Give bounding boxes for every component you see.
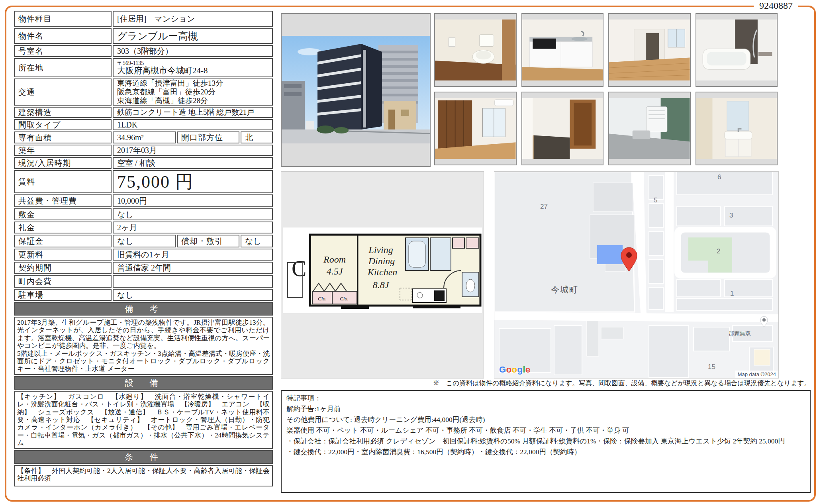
map-block-label: 27 bbox=[540, 203, 548, 211]
row-value: 2017年03月 bbox=[113, 145, 273, 156]
table-row-layout-type: 間取タイプ 1LDK bbox=[14, 119, 273, 130]
row-label: 更新料 bbox=[14, 249, 112, 261]
row-label: 町内会費 bbox=[14, 275, 112, 288]
map-town-label: 今城町 bbox=[551, 284, 578, 295]
table-row-structure: 建築構造 鉄筋コンクリート造 地上5階 総戸数21戸 bbox=[14, 107, 273, 118]
table-row-common-fee: 共益費・管理費 10,000円 bbox=[14, 194, 273, 207]
photo-balcony bbox=[608, 92, 691, 165]
ldk-label-2: Dining bbox=[368, 256, 395, 266]
toilet-illustration bbox=[435, 14, 516, 86]
map-graphics bbox=[494, 172, 778, 378]
ldk-label-1: Living bbox=[368, 245, 393, 255]
map-block-label: 6 bbox=[717, 173, 721, 181]
row-value-2: なし bbox=[241, 235, 273, 247]
photo-room-closet bbox=[434, 92, 517, 165]
section-header-remarks: 備 考 bbox=[14, 302, 273, 316]
section-body-conditions: 【条件】 外国人契約可能・2人入居可能・保証人不要・高齢者入居可能・保証会社利用… bbox=[14, 465, 273, 486]
floor-plan-drawing: C Room 4.5J Living Dining Kitchen 8.8J C… bbox=[281, 172, 484, 378]
disclaimer-text: ※ この資料は物件の概略紹介資料になります。写真、間取図面、設備、概要などが現況… bbox=[433, 379, 811, 388]
room-size-label: 4.5J bbox=[327, 266, 343, 277]
photo-building-exterior bbox=[281, 13, 431, 167]
row-value: 2ヶ月 bbox=[113, 222, 273, 233]
row-label: 建築構造 bbox=[14, 107, 112, 118]
table-row-rent: 賃料 75,000 円 bbox=[14, 170, 273, 193]
table-row-deposit: 敷金 なし bbox=[14, 208, 273, 220]
row-value: [住居用] マンション bbox=[113, 11, 273, 27]
row-label: 保証金 bbox=[14, 235, 112, 247]
floor-plan-panel: C Room 4.5J Living Dining Kitchen 8.8J C… bbox=[281, 171, 484, 378]
row-value: 1LDK bbox=[113, 119, 273, 130]
row-value: なし bbox=[113, 235, 176, 247]
table-row-floor-area: 専有面積 34.96m² 開口部方位 北 bbox=[14, 131, 273, 143]
map-block-label: 1 bbox=[730, 290, 734, 298]
entrance-illustration bbox=[522, 92, 603, 165]
room-hallway-illustration bbox=[609, 14, 690, 86]
row-label: 所在地 bbox=[14, 58, 112, 77]
bathroom-illustration bbox=[696, 14, 777, 86]
photo-entrance bbox=[521, 92, 604, 165]
map-block-label: 5 bbox=[654, 196, 657, 204]
table-row-renewal-fee: 更新料 旧賃料の1ヶ月 bbox=[14, 249, 273, 261]
table-row-parking: 駐車場 なし bbox=[14, 289, 273, 301]
table-row-built-year: 築年 2017年03月 bbox=[14, 145, 273, 156]
notes-line: ・鍵交換代：22,000円・室内除菌消臭費：16,500円（契約時）・鍵交換代：… bbox=[286, 447, 805, 457]
row-label: 契約期間 bbox=[14, 262, 112, 274]
notes-line: 特記事項： bbox=[286, 393, 805, 404]
washbasin-illustration bbox=[696, 92, 777, 165]
notes-line: 解約予告:1ヶ月前 bbox=[286, 404, 805, 414]
table-row-transport: 交通 東海道線「摂津富田」徒歩13分 阪急京都線「富田」徒歩20分 東海道線「高… bbox=[14, 78, 273, 106]
special-notes-box: 特記事項： 解約予告:1ヶ月前 その他費用について: 退去時クリーニング費用:4… bbox=[281, 390, 811, 493]
row-value: 鉄筋コンクリート造 地上5階 総戸数21戸 bbox=[113, 107, 273, 118]
notes-line: 楽器使用 不可・ペット 不可・ルームシェア 不可・事務所 不可・飲食店 不可・学… bbox=[286, 425, 805, 436]
room-closet-illustration bbox=[435, 92, 516, 165]
row-label: 物件種目 bbox=[14, 11, 112, 27]
kitchen-illustration bbox=[522, 14, 603, 86]
map-block-label: 3 bbox=[729, 212, 733, 220]
section-body-equipment: 【キッチン】 ガスコンロ 【水廻り】 洗面台・浴室乾燥機・シャワートイレ・洗髪洗… bbox=[14, 391, 273, 449]
rent-value: 75,000 円 bbox=[113, 170, 273, 193]
row-label: 間取タイプ bbox=[14, 119, 112, 130]
floor-plan-type-label: C bbox=[292, 256, 306, 281]
closet-label-1: Clo. bbox=[318, 296, 327, 302]
row-label: 交通 bbox=[14, 78, 112, 106]
table-row-room-number: 号室名 303（3階部分） bbox=[14, 45, 273, 57]
room-name-label: Room bbox=[323, 254, 346, 265]
row-label: 駐車場 bbox=[14, 289, 112, 301]
row-label: 敷金 bbox=[14, 208, 112, 220]
notes-line: ・保証会社：保証会社利用必須 クレディセゾン 初回保証料:総賃料の50% 月額保… bbox=[286, 436, 805, 447]
table-row-contract-period: 契約期間 普通借家 2年間 bbox=[14, 262, 273, 274]
photo-room-hallway bbox=[608, 13, 691, 87]
property-table: 物件種目 [住居用] マンション 物件名 グランブルー高槻 号室名 303（3階… bbox=[14, 11, 273, 488]
map-block-label: 15 bbox=[708, 363, 715, 371]
address: 大阪府高槻市今城町24-8 bbox=[117, 66, 208, 75]
row-label: 礼金 bbox=[14, 222, 112, 233]
row-label: 専有面積 bbox=[14, 131, 112, 143]
photo-thumbnail-grid bbox=[434, 13, 778, 165]
photo-bathroom bbox=[696, 13, 778, 87]
map-block-label: 2 bbox=[717, 247, 720, 255]
notes-line: その他費用について: 退去時クリーニング費用:44,000円(退去時) bbox=[286, 414, 805, 425]
row-label-2: 償却・敷引 bbox=[177, 235, 239, 247]
row-label: 号室名 bbox=[14, 45, 112, 57]
postal-code: 〒569-1135 bbox=[117, 60, 144, 66]
row-label: 築年 bbox=[14, 145, 112, 156]
map-poi-label: 郡家無双 bbox=[729, 330, 751, 337]
building-exterior-illustration bbox=[282, 14, 430, 166]
map-attribution: Map data ©2024 bbox=[735, 371, 778, 378]
table-row-property-name: 物件名 グランブルー高槻 bbox=[14, 28, 273, 44]
row-value: 34.96m² bbox=[113, 131, 176, 143]
row-value: 〒569-1135 大阪府高槻市今城町24-8 bbox=[113, 58, 273, 77]
row-value: 303（3階部分） bbox=[113, 45, 273, 57]
row-value: 10,000円 bbox=[113, 194, 273, 207]
section-header-conditions: 条 件 bbox=[14, 450, 273, 464]
row-value: なし bbox=[113, 208, 273, 220]
closet-label-2: Clo. bbox=[340, 296, 349, 302]
ldk-label-3: Kitchen bbox=[367, 267, 398, 277]
location-map: 27 5 3 6 2 1 15 今城町 郡家無双 Google Map data… bbox=[494, 171, 779, 378]
row-value: 東海道線「摂津富田」徒歩13分 阪急京都線「富田」徒歩20分 東海道線「高槻」徒… bbox=[113, 78, 273, 106]
row-value: 旧賃料の1ヶ月 bbox=[113, 249, 273, 261]
photo-toilet bbox=[434, 13, 517, 87]
section-body-remarks: 2017年3月築、生和グループ施工・管理の築浅物件です。JR摂津富田駅徒歩13分… bbox=[14, 317, 273, 375]
row-label: 物件名 bbox=[14, 28, 112, 44]
table-row-security-deposit: 保証金 なし 償却・敷引 なし bbox=[14, 235, 273, 247]
